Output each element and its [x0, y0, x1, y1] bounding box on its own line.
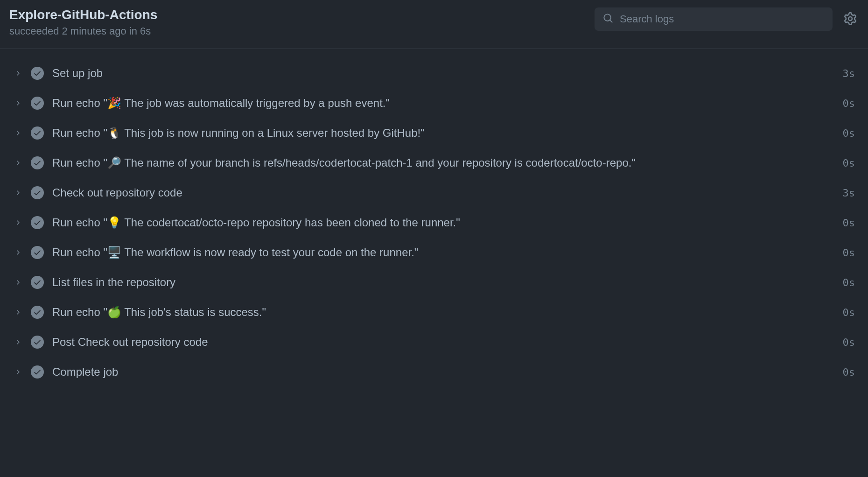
check-circle-icon — [31, 216, 44, 229]
chevron-right-icon — [13, 337, 22, 347]
step-duration: 0s — [843, 127, 855, 139]
step-label: Run echo "🔎 The name of your branch is r… — [52, 156, 834, 169]
step-row[interactable]: Run echo "🎉 The job was automatically tr… — [9, 88, 859, 118]
chevron-right-icon — [13, 278, 22, 287]
gear-icon — [844, 12, 857, 27]
step-row[interactable]: List files in the repository0s — [9, 267, 859, 297]
step-label: Run echo "🐧 This job is now running on a… — [52, 126, 834, 140]
step-row[interactable]: Run echo "💡 The codertocat/octo-repo rep… — [9, 208, 859, 238]
check-circle-icon — [31, 97, 44, 110]
check-circle-icon — [31, 306, 44, 319]
step-row[interactable]: Run echo "🍏 This job's status is success… — [9, 297, 859, 327]
chevron-right-icon — [13, 69, 22, 78]
search-box[interactable] — [595, 7, 833, 31]
check-circle-icon — [31, 126, 44, 140]
check-circle-icon — [31, 67, 44, 80]
step-label: Post Check out repository code — [52, 336, 834, 349]
step-duration: 0s — [843, 157, 855, 169]
header: Explore-GitHub-Actions succeeded 2 minut… — [0, 0, 868, 49]
step-duration: 0s — [843, 366, 855, 378]
step-label: Run echo "🎉 The job was automatically tr… — [52, 97, 834, 110]
step-label: Check out repository code — [52, 186, 834, 199]
settings-button[interactable] — [842, 10, 859, 28]
check-circle-icon — [31, 246, 44, 259]
chevron-right-icon — [13, 248, 22, 257]
step-label: Complete job — [52, 365, 834, 379]
step-label: Set up job — [52, 67, 834, 80]
check-circle-icon — [31, 156, 44, 169]
chevron-right-icon — [13, 158, 22, 168]
check-circle-icon — [31, 336, 44, 349]
step-label: Run echo "💡 The codertocat/octo-repo rep… — [52, 216, 834, 229]
step-duration: 0s — [843, 277, 855, 288]
step-row[interactable]: Check out repository code3s — [9, 178, 859, 208]
steps-list: Set up job3sRun echo "🎉 The job was auto… — [0, 49, 868, 396]
chevron-right-icon — [13, 218, 22, 227]
step-duration: 3s — [843, 68, 855, 79]
chevron-right-icon — [13, 98, 22, 108]
chevron-right-icon — [13, 308, 22, 317]
step-row[interactable]: Complete job0s — [9, 357, 859, 387]
step-row[interactable]: Set up job3s — [9, 58, 859, 88]
check-circle-icon — [31, 186, 44, 199]
step-row[interactable]: Run echo "🖥️ The workflow is now ready t… — [9, 238, 859, 267]
step-duration: 0s — [843, 337, 855, 348]
step-label: Run echo "🍏 This job's status is success… — [52, 306, 834, 319]
chevron-right-icon — [13, 128, 22, 138]
step-duration: 0s — [843, 98, 855, 109]
step-label: List files in the repository — [52, 276, 834, 289]
step-row[interactable]: Run echo "🐧 This job is now running on a… — [9, 118, 859, 148]
step-row[interactable]: Run echo "🔎 The name of your branch is r… — [9, 148, 859, 178]
header-left: Explore-GitHub-Actions succeeded 2 minut… — [9, 7, 157, 37]
page-subtitle: succeeded 2 minutes ago in 6s — [9, 25, 157, 37]
step-duration: 3s — [843, 187, 855, 199]
page-title: Explore-GitHub-Actions — [9, 7, 157, 22]
header-right — [595, 7, 859, 31]
step-row[interactable]: Post Check out repository code0s — [9, 327, 859, 357]
chevron-right-icon — [13, 188, 22, 197]
step-label: Run echo "🖥️ The workflow is now ready t… — [52, 246, 834, 259]
step-duration: 0s — [843, 247, 855, 259]
check-circle-icon — [31, 365, 44, 379]
check-circle-icon — [31, 276, 44, 289]
step-duration: 0s — [843, 217, 855, 229]
search-input[interactable] — [620, 13, 824, 25]
step-duration: 0s — [843, 307, 855, 318]
chevron-right-icon — [13, 367, 22, 377]
search-icon — [603, 13, 613, 25]
